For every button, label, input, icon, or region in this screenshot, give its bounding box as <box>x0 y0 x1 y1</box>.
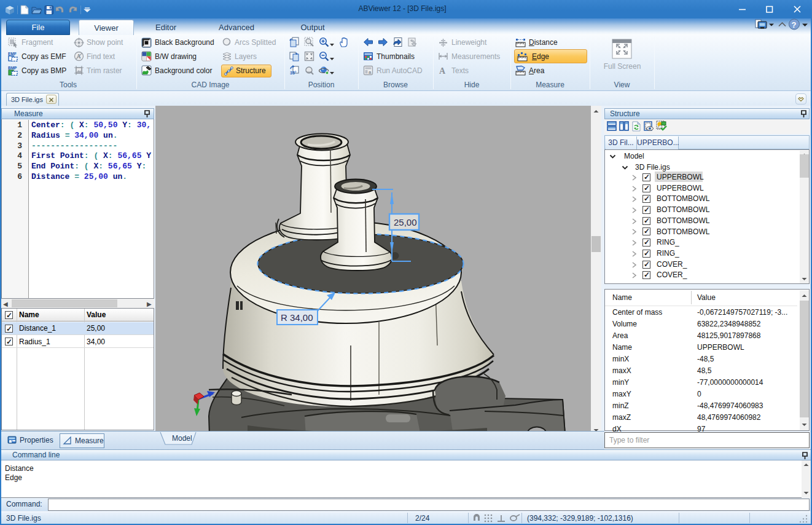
svg-text:A: A <box>439 66 446 76</box>
svg-text:?: ? <box>792 20 797 30</box>
svg-text:R 34,00: R 34,00 <box>281 312 313 323</box>
svg-text:25,00: 25,00 <box>394 217 417 227</box>
svg-text:BMP: BMP <box>8 66 17 70</box>
svg-text:a: a <box>369 69 372 75</box>
svg-text:35°: 35° <box>290 71 297 75</box>
svg-text:EMF: EMF <box>8 52 17 56</box>
